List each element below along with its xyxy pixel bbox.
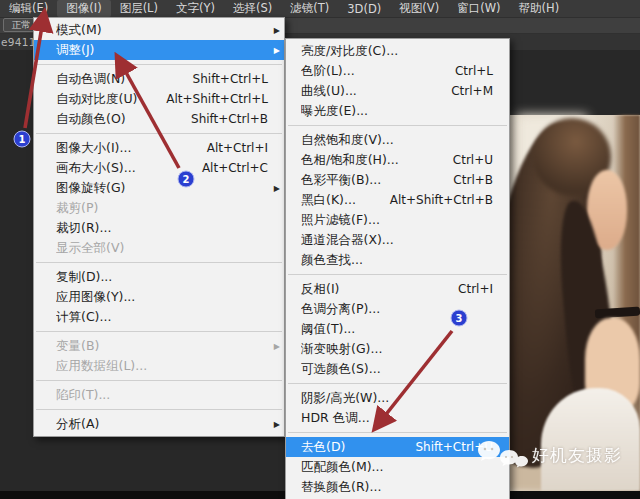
menu-item[interactable]: 亮度/对比度(C)... — [286, 41, 509, 61]
menu-item[interactable]: HDR 色调... — [286, 408, 509, 428]
menu-item[interactable]: 色彩平衡(B)...Ctrl+B — [286, 170, 509, 190]
menubar-item[interactable]: 窗口(W) — [448, 0, 509, 17]
menu-separator — [36, 262, 282, 263]
menu-item-label: 裁剪(P) — [56, 200, 268, 217]
menu-item[interactable]: 替换颜色(R)... — [286, 477, 509, 497]
submenu-arrow-icon: ▶ — [274, 184, 280, 193]
menu-item[interactable]: 曝光度(E)... — [286, 101, 509, 121]
menu-item-label: 复制(D)... — [56, 269, 268, 286]
menu-item-shortcut: Ctrl+M — [451, 84, 493, 98]
menu-item[interactable]: 裁切(R)... — [34, 218, 284, 238]
menu-item-label: 分析(A) — [56, 416, 268, 433]
menu-item[interactable]: 色调分离(P)... — [286, 299, 509, 319]
menu-item[interactable]: 通道混合器(X)... — [286, 230, 509, 250]
menu-item[interactable]: 颜色查找... — [286, 250, 509, 270]
menu-item-label: 匹配颜色(M)... — [301, 459, 493, 476]
menu-item[interactable]: 自动对比度(U)Alt+Shift+Ctrl+L — [34, 89, 284, 109]
menu-item-label: 去色(D) — [301, 439, 403, 456]
menu-item-shortcut: Alt+Shift+Ctrl+B — [390, 193, 493, 207]
menu-item-label: 显示全部(V) — [56, 240, 268, 257]
menu-item[interactable]: 计算(C)... — [34, 307, 284, 327]
menu-item-label: 色阶(L)... — [301, 63, 443, 80]
menu-item[interactable]: 照片滤镜(F)... — [286, 210, 509, 230]
menu-item-label: 计算(C)... — [56, 309, 268, 326]
menu-item-label: 色彩平衡(B)... — [301, 172, 441, 189]
menu-item: 显示全部(V) — [34, 238, 284, 258]
menu-item[interactable]: 黑白(K)...Alt+Shift+Ctrl+B — [286, 190, 509, 210]
menu-item[interactable]: 应用图像(Y)... — [34, 287, 284, 307]
menu-item-shortcut: Ctrl+L — [455, 64, 493, 78]
menu-separator — [36, 133, 282, 134]
menu-item-shortcut: Ctrl+B — [453, 173, 493, 187]
menu-item-label: 可选颜色(S)... — [301, 361, 493, 378]
menu-item[interactable]: 调整(J)▶ — [34, 40, 284, 60]
menu-item[interactable]: 画布大小(S)...Alt+Ctrl+C — [34, 158, 284, 178]
menu-item-label: 阈值(T)... — [301, 321, 493, 338]
menu-item-shortcut: Ctrl+I — [458, 282, 493, 296]
menubar-item[interactable]: 图层(L) — [111, 0, 167, 17]
menu-separator — [288, 274, 507, 275]
menubar-item[interactable]: 选择(S) — [224, 0, 281, 17]
document-photo — [505, 50, 640, 491]
menu-item-label: 亮度/对比度(C)... — [301, 43, 493, 60]
menu-item: 裁剪(P) — [34, 198, 284, 218]
menu-item[interactable]: 色阶(L)...Ctrl+L — [286, 61, 509, 81]
menubar-item[interactable]: 文字(Y) — [167, 0, 224, 17]
menu-item: 陷印(T)... — [34, 385, 284, 405]
menu-separator — [288, 125, 507, 126]
menu-item[interactable]: 曲线(U)...Ctrl+M — [286, 81, 509, 101]
menu-bar: 编辑(E)图像(I)图层(L)文字(Y)选择(S)滤镜(T)3D(D)视图(V)… — [0, 0, 640, 18]
menu-separator — [36, 380, 282, 381]
menu-item[interactable]: 自动颜色(O)Shift+Ctrl+B — [34, 109, 284, 129]
menu-item[interactable]: 模式(M)▶ — [34, 20, 284, 40]
menu-item-label: 反相(I) — [301, 281, 446, 298]
menu-separator — [36, 331, 282, 332]
menu-item[interactable]: 图像旋转(G)▶ — [34, 178, 284, 198]
adjustments-submenu: 亮度/对比度(C)...色阶(L)...Ctrl+L曲线(U)...Ctrl+M… — [285, 38, 510, 499]
photoshop-window: 编辑(E)图像(I)图层(L)文字(Y)选择(S)滤镜(T)3D(D)视图(V)… — [0, 0, 640, 499]
menu-item-label: 替换颜色(R)... — [301, 479, 493, 496]
menu-item[interactable]: 阈值(T)... — [286, 319, 509, 339]
menu-separator — [288, 432, 507, 433]
menu-item-shortcut: Shift+Ctrl+L — [193, 72, 268, 86]
menu-item-label: 裁切(R)... — [56, 220, 268, 237]
submenu-arrow-icon: ▶ — [274, 46, 280, 55]
menu-item[interactable]: 图像大小(I)...Alt+Ctrl+I — [34, 138, 284, 158]
menu-item[interactable]: 色相/饱和度(H)...Ctrl+U — [286, 150, 509, 170]
watermark: 好机友摄影 — [476, 438, 622, 472]
menu-item-label: 曝光度(E)... — [301, 103, 493, 120]
menu-separator — [288, 383, 507, 384]
menubar-item[interactable]: 视图(V) — [390, 0, 448, 17]
menu-item[interactable]: 阴影/高光(W)... — [286, 388, 509, 408]
menu-item-label: 自然饱和度(V)... — [301, 132, 493, 149]
menu-item[interactable]: 分析(A)▶ — [34, 414, 284, 434]
submenu-arrow-icon: ▶ — [274, 342, 280, 351]
menubar-item[interactable]: 编辑(E) — [0, 0, 57, 17]
menu-item-shortcut: Alt+Shift+Ctrl+L — [166, 92, 268, 106]
menu-item-shortcut: Ctrl+U — [453, 153, 493, 167]
menu-item-label: 调整(J) — [56, 42, 268, 59]
menu-item[interactable]: 复制(D)... — [34, 267, 284, 287]
menubar-item[interactable]: 3D(D) — [338, 1, 390, 17]
menu-item-shortcut: Alt+Ctrl+C — [202, 161, 268, 175]
menu-item[interactable]: 可选颜色(S)... — [286, 359, 509, 379]
menu-item[interactable]: 反相(I)Ctrl+I — [286, 279, 509, 299]
menu-separator — [36, 409, 282, 410]
menu-item-shortcut: Shift+Ctrl+B — [191, 112, 268, 126]
menu-item-label: 渐变映射(G)... — [301, 341, 493, 358]
menu-item[interactable]: 自然饱和度(V)... — [286, 130, 509, 150]
menu-item[interactable]: 自动色调(N)Shift+Ctrl+L — [34, 69, 284, 89]
menu-item[interactable]: 渐变映射(G)... — [286, 339, 509, 359]
menubar-item[interactable]: 帮助(H) — [510, 0, 569, 17]
menu-item-label: 色调分离(P)... — [301, 301, 493, 318]
menu-item-label: 黑白(K)... — [301, 192, 378, 209]
wechat-bubbles-icon — [476, 438, 528, 472]
submenu-arrow-icon: ▶ — [274, 26, 280, 35]
menu-item-label: 变量(B) — [56, 338, 268, 355]
menu-item: 变量(B)▶ — [34, 336, 284, 356]
menu-item-label: 照片滤镜(F)... — [301, 212, 493, 229]
menu-item-label: 图像旋转(G) — [56, 180, 268, 197]
menu-item-label: 图像大小(I)... — [56, 140, 195, 157]
menubar-item[interactable]: 图像(I) — [57, 0, 110, 17]
menubar-item[interactable]: 滤镜(T) — [281, 0, 338, 17]
